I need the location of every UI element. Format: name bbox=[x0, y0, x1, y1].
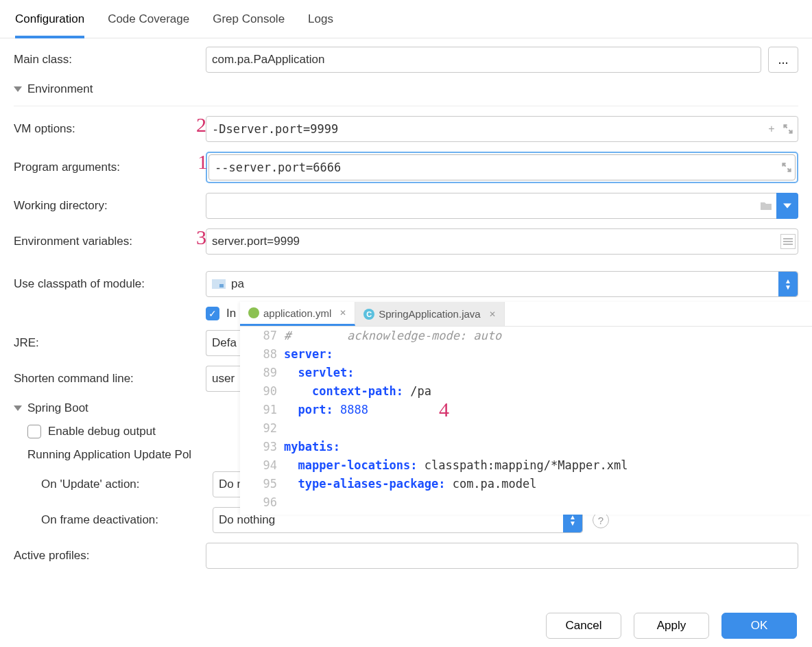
label-main-class: Main class: bbox=[14, 53, 206, 67]
main-class-browse-button[interactable]: ... bbox=[768, 47, 798, 73]
module-icon bbox=[212, 279, 226, 290]
label-shorten: Shorten command line: bbox=[14, 372, 206, 386]
env-vars-input[interactable] bbox=[206, 228, 798, 255]
include-dependencies-checkbox[interactable]: ✓ bbox=[206, 307, 219, 320]
annotation-4: 4 bbox=[439, 398, 449, 421]
label-classpath: Use classpath of module: bbox=[14, 277, 206, 291]
svg-rect-1 bbox=[219, 284, 224, 287]
active-profiles-input[interactable] bbox=[206, 543, 798, 569]
working-dir-dropdown-button[interactable] bbox=[776, 193, 798, 219]
annotation-1: 1 bbox=[198, 150, 208, 174]
label-active-profiles: Active profiles: bbox=[14, 549, 206, 563]
expand-icon[interactable] bbox=[782, 123, 794, 135]
line-number-gutter: 87888990919293949596 bbox=[240, 327, 281, 515]
label-working-dir: Working directory: bbox=[14, 199, 206, 213]
file-tab-application-yml[interactable]: application.yml ✕ bbox=[240, 302, 355, 326]
main-class-input[interactable] bbox=[206, 47, 761, 73]
tab-code-coverage[interactable]: Code Coverage bbox=[108, 5, 189, 38]
expand-icon[interactable] bbox=[780, 161, 793, 174]
tab-grep-console[interactable]: Grep Console bbox=[213, 5, 285, 38]
shorten-select[interactable]: user bbox=[206, 366, 244, 392]
label-on-frame-deact: On frame deactivation: bbox=[41, 513, 213, 527]
file-tab-spring-application-java[interactable]: C SpringApplication.java ✕ bbox=[355, 302, 504, 326]
file-tab-label: SpringApplication.java bbox=[379, 308, 480, 320]
label-env-vars: Environment variables: bbox=[14, 235, 206, 248]
close-icon[interactable]: ✕ bbox=[339, 308, 346, 318]
env-vars-list-button[interactable] bbox=[780, 234, 796, 249]
include-dependencies-label: In bbox=[226, 307, 236, 320]
jre-value: Defa bbox=[212, 336, 237, 350]
vm-options-input[interactable] bbox=[206, 116, 798, 142]
folder-icon bbox=[756, 193, 776, 219]
ok-button[interactable]: OK bbox=[721, 613, 797, 639]
annotation-3: 3 bbox=[196, 226, 206, 249]
tab-logs[interactable]: Logs bbox=[308, 5, 333, 38]
yml-file-icon bbox=[248, 307, 259, 318]
plus-icon[interactable]: + bbox=[765, 123, 778, 135]
label-jre: JRE: bbox=[14, 336, 206, 350]
tab-configuration[interactable]: Configuration bbox=[15, 5, 84, 38]
on-frame-deact-value: Do nothing bbox=[219, 513, 275, 527]
annotation-2: 2 bbox=[196, 113, 206, 137]
jre-select[interactable]: Defa bbox=[206, 330, 244, 356]
working-dir-input[interactable] bbox=[206, 193, 798, 219]
label-vm-options: VM options: bbox=[14, 122, 206, 136]
code-editor[interactable]: # acknowledge-mode: auto server: servlet… bbox=[281, 327, 812, 515]
file-tab-label: application.yml bbox=[263, 307, 331, 319]
classpath-module-value: pa bbox=[231, 277, 244, 291]
environment-title: Environment bbox=[27, 82, 93, 96]
java-file-icon: C bbox=[363, 309, 374, 320]
label-on-update: On 'Update' action: bbox=[41, 478, 213, 491]
cancel-button[interactable]: Cancel bbox=[546, 613, 621, 639]
close-icon[interactable]: ✕ bbox=[489, 309, 496, 319]
shorten-value: user bbox=[212, 372, 235, 386]
update-policies-label: Running Application Update Pol bbox=[27, 448, 191, 462]
environment-section-toggle[interactable]: Environment bbox=[14, 82, 798, 96]
chevron-down-icon bbox=[14, 405, 22, 411]
enable-debug-label: Enable debug output bbox=[48, 425, 156, 438]
chevron-down-icon bbox=[14, 86, 22, 92]
editor-overlay: application.yml ✕ C SpringApplication.ja… bbox=[240, 302, 812, 515]
label-program-args: Program arguments: bbox=[14, 161, 206, 174]
classpath-updown-button[interactable]: ▲▼ bbox=[778, 272, 798, 296]
apply-button[interactable]: Apply bbox=[634, 613, 709, 639]
enable-debug-checkbox[interactable] bbox=[27, 425, 41, 438]
program-args-input[interactable] bbox=[208, 154, 796, 180]
divider bbox=[14, 106, 798, 106]
spring-boot-title: Spring Boot bbox=[27, 401, 88, 415]
classpath-module-select[interactable]: pa ▲▼ bbox=[206, 271, 798, 297]
